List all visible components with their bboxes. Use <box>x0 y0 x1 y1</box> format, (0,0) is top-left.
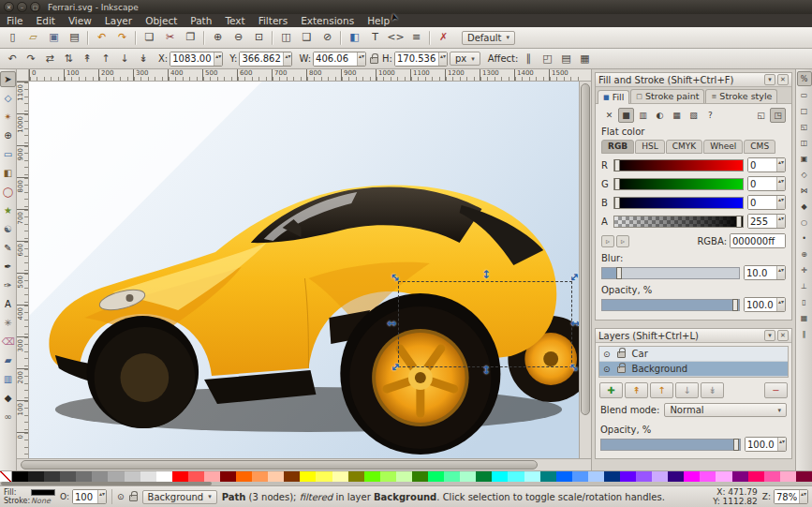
palette-swatch[interactable] <box>316 471 332 482</box>
layer-opacity-input[interactable] <box>746 438 777 451</box>
flip-horizontal-button[interactable]: ⇄ <box>41 51 58 67</box>
palette-swatch[interactable] <box>636 471 652 482</box>
palette-swatch[interactable] <box>204 471 220 482</box>
menu-item[interactable]: File <box>0 14 30 27</box>
separator[interactable] <box>340 31 342 45</box>
snap-page-border-toggle[interactable]: ▯ <box>797 294 812 309</box>
green-input[interactable] <box>748 177 776 190</box>
spinner-arrows[interactable]: ▴▾ <box>776 177 785 190</box>
paint-swatch-button[interactable]: ▧ <box>686 108 701 123</box>
layer-name[interactable]: Car <box>632 349 784 359</box>
new-layer-button[interactable]: ✚ <box>599 382 623 398</box>
snap-object-centers-toggle[interactable]: ⊕ <box>797 246 812 261</box>
fill-rule-evenodd-button[interactable]: ◱ <box>753 108 769 123</box>
palette-swatch[interactable] <box>540 471 556 482</box>
fill-color-swatch[interactable] <box>31 489 55 496</box>
layer-row-car[interactable]: ⊙ Car <box>599 347 788 362</box>
unit-dropdown[interactable]: px ▾ <box>450 52 480 66</box>
vertical-scrollbar-thumb[interactable] <box>581 83 590 415</box>
palette-swatch[interactable] <box>125 471 140 482</box>
zoom-input[interactable] <box>775 490 799 503</box>
duplicate-button[interactable]: ◫ <box>276 28 296 47</box>
spinner-arrows[interactable]: ▴▾ <box>357 52 365 66</box>
spray-tool[interactable]: ✳ <box>0 315 16 331</box>
palette-swatch[interactable] <box>236 471 252 482</box>
palette-swatch[interactable] <box>380 471 396 482</box>
palette-swatch[interactable] <box>60 471 76 482</box>
menu-item[interactable]: Layer <box>98 14 139 27</box>
blur-slider[interactable] <box>601 267 740 279</box>
minimize-window-button[interactable]: – <box>17 2 27 12</box>
scale-handle-s[interactable]: ↕ <box>481 365 491 375</box>
eraser-tool[interactable]: ⌫ <box>0 334 16 350</box>
snap-grid-toggle[interactable]: ▦ <box>797 310 812 325</box>
palette-swatch[interactable] <box>156 471 172 482</box>
color-mode-tab[interactable]: CMYK <box>666 140 702 154</box>
snap-bbox-centers-toggle[interactable]: ▣ <box>797 151 812 166</box>
snap-line-midpoints-toggle[interactable]: • <box>797 231 812 246</box>
selection-bbox[interactable] <box>398 281 572 367</box>
menu-item[interactable]: View <box>62 14 98 27</box>
palette-swatch[interactable] <box>396 471 412 482</box>
box3d-tool[interactable]: ◧ <box>0 165 16 181</box>
spinner-arrows[interactable]: ▴▾ <box>776 158 785 171</box>
palette-swatch[interactable] <box>604 471 620 482</box>
node-tool[interactable]: ◇ <box>0 90 16 106</box>
palette-swatch[interactable] <box>748 471 764 482</box>
fill-stroke-indicator[interactable]: Fill: Stroke:None <box>4 489 55 505</box>
snapping-enable-toggle[interactable]: % <box>797 71 812 86</box>
color-mode-tab[interactable]: HSL <box>635 140 665 154</box>
palette-swatch[interactable] <box>108 471 124 482</box>
ellipse-tool[interactable]: ◯ <box>0 184 16 200</box>
red-input[interactable] <box>748 158 776 171</box>
lock-ratio-icon[interactable] <box>370 57 378 64</box>
spinner-arrows[interactable]: ▴▾ <box>799 490 807 503</box>
palette-swatch[interactable] <box>460 471 476 482</box>
palette-swatch[interactable] <box>364 471 380 482</box>
red-slider[interactable] <box>613 159 744 171</box>
snap-rotation-centers-toggle[interactable]: ✛ <box>797 262 812 277</box>
palette-swatch[interactable] <box>28 471 44 482</box>
canvas[interactable]: ↔ ↕ ↕ ↔ ↔ ↕ ↕ ↔ <box>29 82 579 458</box>
align-dialog-button[interactable]: ≡ <box>406 28 426 47</box>
layer-row-background[interactable]: ⊙ Background <box>599 362 788 377</box>
current-layer-dropdown[interactable]: Background ▾ <box>142 490 217 504</box>
snap-guides-toggle[interactable]: ∥ <box>797 326 812 341</box>
separator[interactable] <box>203 31 205 45</box>
palette-swatch[interactable] <box>428 471 444 482</box>
scale-stroke-toggle[interactable]: ∥ <box>520 51 537 67</box>
palette-swatch[interactable] <box>188 471 204 482</box>
blue-slider[interactable] <box>613 197 744 209</box>
layer-opacity-slider[interactable] <box>600 439 741 451</box>
layer-lock-toggle[interactable] <box>129 495 138 501</box>
rotate-ccw-button[interactable]: ↶ <box>4 51 21 67</box>
palette-swatch[interactable] <box>764 471 780 482</box>
palette-swatch[interactable] <box>140 471 156 482</box>
iconify-panel-button[interactable]: ▾ <box>764 330 775 341</box>
cut-button[interactable]: ✂ <box>160 28 180 47</box>
close-panel-button[interactable]: ✕ <box>777 74 789 85</box>
palette-swatch[interactable] <box>524 471 540 482</box>
height-input[interactable] <box>395 52 438 66</box>
paste-button[interactable]: ❐ <box>181 28 200 47</box>
scale-handle-n[interactable]: ↕ <box>481 270 491 279</box>
palette-swatch[interactable] <box>172 471 188 482</box>
palette-swatch[interactable] <box>92 471 108 482</box>
menu-item[interactable]: Extensions <box>294 14 361 27</box>
text-tool[interactable]: A <box>0 296 16 312</box>
text-dialog-button[interactable]: T <box>365 28 385 47</box>
separator[interactable] <box>272 31 273 45</box>
menu-item[interactable]: Object <box>139 14 184 27</box>
zoom-tool[interactable]: ⊕ <box>0 127 16 143</box>
separator[interactable] <box>87 31 89 45</box>
rectangle-tool[interactable]: ▭ <box>0 146 16 162</box>
object-opacity-input[interactable] <box>73 490 97 503</box>
vertical-ruler[interactable]: 110010009008007006005004003002001000 <box>17 82 29 458</box>
connector-tool[interactable]: ∞ <box>0 409 16 425</box>
spiral-tool[interactable]: ☯ <box>0 221 16 237</box>
separator[interactable] <box>429 31 431 45</box>
snap-cusp-nodes-toggle[interactable]: ◆ <box>797 199 812 214</box>
alpha-slider[interactable] <box>613 216 744 228</box>
palette-swatch[interactable] <box>572 471 588 482</box>
color-mode-tab[interactable]: RGB <box>601 140 634 154</box>
